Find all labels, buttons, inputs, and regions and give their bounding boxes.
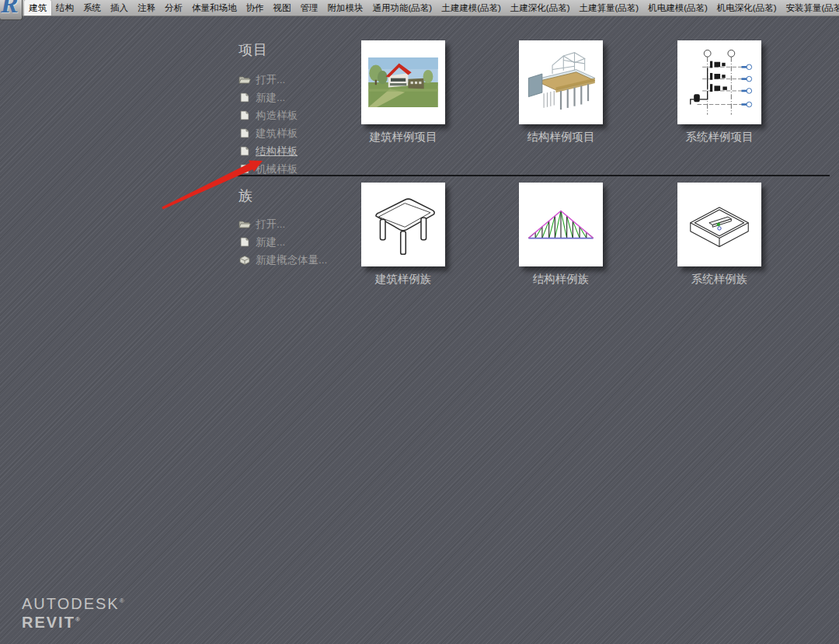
family-links: 打开... 新建... 新建概念体量... [238, 215, 327, 269]
file-icon [238, 164, 251, 174]
thumb-label: 结构样例项目 [519, 130, 603, 144]
architectural-sample-rendering [367, 57, 439, 107]
tab-insert[interactable]: 插入 [106, 0, 133, 16]
project-open-link[interactable]: 打开... [238, 71, 298, 89]
thumb-card [519, 40, 603, 124]
new-file-icon [238, 237, 251, 247]
registered-mark: ® [120, 597, 126, 604]
thumb-systems-sample-project[interactable]: 系统样例项目 [677, 40, 761, 144]
section-separator [233, 175, 830, 176]
tab-analyze[interactable]: 分析 [160, 0, 187, 16]
revit-application-button[interactable]: R [0, 0, 23, 20]
thumb-label: 系统样例项目 [677, 130, 761, 144]
new-file-icon [238, 92, 251, 103]
logo-autodesk-text: AUTODESK [22, 595, 120, 612]
link-label: 新建概念体量... [256, 253, 327, 267]
link-label: 机械样板 [256, 162, 298, 176]
revit-r-logo: R [1, 0, 19, 19]
file-icon [238, 110, 251, 120]
thumb-label: 建筑样例族 [361, 272, 445, 287]
thumb-label: 建筑样例项目 [361, 130, 445, 144]
tab-view[interactable]: 视图 [269, 0, 296, 16]
thumb-architectural-sample-family[interactable]: 建筑样例族 [361, 183, 445, 287]
project-construction-template-link[interactable]: 构造样板 [238, 106, 298, 124]
projects-section-title: 项目 [238, 40, 268, 59]
tab-general-pinming[interactable]: 通用功能(品茗) [368, 0, 437, 16]
tab-mep-detailing-pinming[interactable]: 机电深化(品茗) [712, 0, 782, 16]
file-icon [238, 128, 251, 138]
thumb-label: 系统样例族 [677, 272, 761, 287]
link-label: 新建... [256, 91, 285, 105]
tab-civil-detailing-pinming[interactable]: 土建深化(品茗) [506, 0, 575, 16]
thumb-card [677, 40, 761, 124]
tab-mep-modeling-pinming[interactable]: 机电建模(品茗) [643, 0, 712, 16]
thumb-card [677, 183, 761, 266]
link-label: 结构样板 [256, 144, 298, 158]
project-structural-template-link[interactable]: 结构样板 [238, 142, 298, 160]
ribbon-menubar: 建筑 结构 系统 插入 注释 分析 体量和场地 协作 视图 管理 附加模块 通用… [0, 0, 839, 16]
thumb-card [519, 183, 603, 266]
link-label: 打开... [256, 218, 285, 231]
mep-family-drawing [684, 189, 755, 260]
tab-manage[interactable]: 管理 [296, 0, 323, 16]
link-label: 构造样板 [256, 109, 298, 123]
family-new-link[interactable]: 新建... [238, 233, 327, 251]
systems-sample-rendering [684, 47, 755, 118]
link-label: 新建... [256, 235, 285, 249]
open-folder-icon [238, 75, 251, 85]
family-new-conceptual-mass-link[interactable]: 新建概念体量... [238, 251, 327, 269]
tab-massing-site[interactable]: 体量和场地 [187, 0, 242, 16]
link-label: 打开... [256, 73, 285, 87]
thumb-label: 结构样例族 [519, 272, 603, 287]
thumb-structural-sample-family[interactable]: 结构样例族 [519, 183, 603, 287]
table-family-drawing [367, 189, 439, 260]
open-folder-icon [238, 219, 251, 229]
registered-mark: ® [75, 616, 82, 623]
thumb-systems-sample-family[interactable]: 系统样例族 [677, 183, 761, 287]
tab-civil-quantity-pinming[interactable]: 土建算量(品茗) [575, 0, 644, 16]
project-new-link[interactable]: 新建... [238, 89, 298, 106]
logo-revit-text: REVIT [22, 614, 75, 631]
structural-sample-rendering [525, 47, 597, 118]
truss-family-drawing [525, 189, 597, 260]
mass-box-icon [238, 255, 251, 265]
tab-architecture[interactable]: 建筑 [24, 0, 51, 16]
tab-civil-modeling-pinming[interactable]: 土建建模(品茗) [437, 0, 506, 16]
thumb-card [361, 40, 445, 124]
autodesk-revit-logo: AUTODESK® REVIT® [22, 595, 126, 632]
thumb-card [361, 183, 445, 266]
family-open-link[interactable]: 打开... [238, 215, 327, 233]
project-architectural-template-link[interactable]: 建筑样板 [238, 124, 298, 142]
tab-collaborate[interactable]: 协作 [242, 0, 269, 16]
tab-structure[interactable]: 结构 [51, 0, 78, 16]
thumb-structural-sample-project[interactable]: 结构样例项目 [519, 40, 603, 144]
tab-systems[interactable]: 系统 [78, 0, 106, 16]
link-label: 建筑样板 [256, 127, 298, 141]
thumb-architectural-sample-project[interactable]: 建筑样例项目 [361, 40, 445, 144]
tab-install-quantity-pinming[interactable]: 安装算量(品茗) [782, 0, 839, 16]
families-section-title: 族 [238, 186, 253, 205]
tab-annotate[interactable]: 注释 [133, 0, 160, 16]
file-icon [238, 146, 251, 156]
project-links: 打开... 新建... 构造样板 建筑样板 结构样板 机械样板 [238, 71, 298, 178]
tab-addins[interactable]: 附加模块 [323, 0, 368, 16]
